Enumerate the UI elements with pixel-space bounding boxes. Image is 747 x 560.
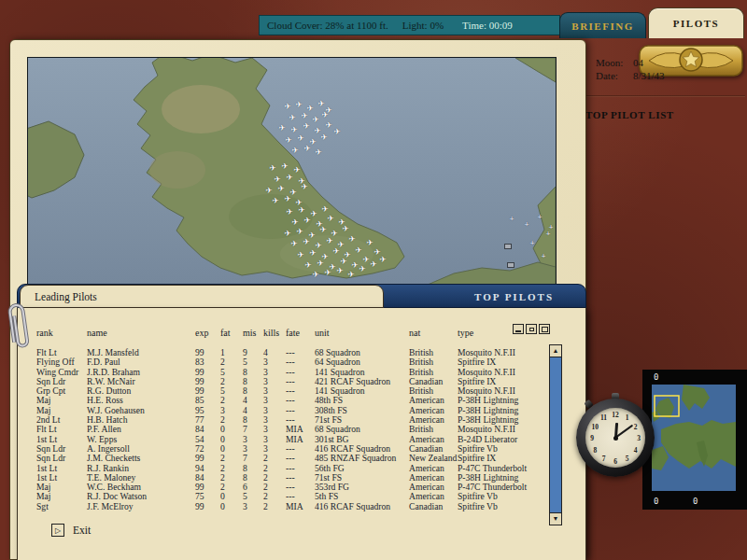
pilot-table: Flt LtM.J. Mansfeld99194---68 SquadronBr… xyxy=(36,348,547,511)
aircraft-marker-icon: ✈ xyxy=(319,226,327,234)
column-header-name: name xyxy=(87,327,195,339)
aircraft-marker-icon: ✈ xyxy=(366,239,374,247)
aircraft-marker-icon: ✈ xyxy=(297,134,304,143)
aircraft-marker-icon: ✈ xyxy=(317,100,325,108)
column-header-fate: fate xyxy=(286,327,315,339)
column-header-fat: fat xyxy=(220,327,243,339)
clock-numeral: 2 xyxy=(634,422,638,430)
tab-pilots[interactable]: PILOTS xyxy=(648,7,744,38)
cell-fat: 0 xyxy=(220,502,243,511)
aircraft-marker-icon: ✈ xyxy=(310,210,317,218)
campaign-map[interactable]: ✈✈✈✈✈✈✈✈✈✈✈✈✈✈✈✈✈✈✈✈✈✈✈✈✈✈✈✈✈✈✈✈✈✈✈✈✈✈✈✈… xyxy=(27,57,557,286)
aircraft-marker-icon: ✈ xyxy=(290,240,298,248)
aircraft-marker-icon: ✈ xyxy=(303,145,311,153)
aircraft-marker-icon: ✈ xyxy=(342,225,349,233)
watch-face: 121234567891011 xyxy=(585,408,645,468)
aircraft-marker-icon: ✈ xyxy=(332,247,340,256)
aircraft-marker-icon: ✈ xyxy=(289,114,296,122)
light-text: Light: 0% xyxy=(402,20,444,31)
date-line: Date:8/31/43 xyxy=(596,69,665,82)
exit-label[interactable]: Exit xyxy=(73,525,91,536)
aircraft-marker-icon: ✈ xyxy=(303,238,310,246)
aircraft-marker-icon: ✈ xyxy=(327,215,334,223)
aircraft-marker-icon: ✈ xyxy=(336,267,344,275)
aircraft-marker-icon: ✈ xyxy=(347,271,355,279)
scroll-down-icon[interactable]: ▼ xyxy=(550,512,561,525)
target-cross-icon: + xyxy=(529,239,534,247)
cell-type: Spitfire Vb xyxy=(458,502,547,511)
clock-numeral: 10 xyxy=(592,422,599,430)
cell-mis: 3 xyxy=(243,502,263,511)
cell-rank: Sgt xyxy=(36,502,87,511)
aircraft-marker-icon: ✈ xyxy=(295,101,303,109)
aircraft-marker-icon: ✈ xyxy=(272,197,279,205)
column-header-kills: kills xyxy=(263,327,286,339)
aircraft-marker-icon: ✈ xyxy=(312,271,319,279)
clock-numeral: 12 xyxy=(612,411,619,419)
aircraft-marker-icon: ✈ xyxy=(326,237,333,245)
aircraft-marker-icon: ✈ xyxy=(315,148,322,157)
minimap-coord-bottom-left: 0 xyxy=(654,497,658,506)
minimap-panel: 0 0 0 xyxy=(642,370,747,510)
exit-arrow-icon[interactable]: ▷ xyxy=(51,524,64,537)
aircraft-marker-icon: ✈ xyxy=(301,183,308,191)
aircraft-marker-icon: ✈ xyxy=(333,128,341,136)
aircraft-marker-icon: ✈ xyxy=(298,206,305,215)
target-cross-icon: + xyxy=(537,213,542,221)
aircraft-marker-icon: ✈ xyxy=(284,195,291,203)
time-value: 00:09 xyxy=(489,20,513,31)
clock-numeral: 7 xyxy=(602,454,606,462)
watch-center-pin xyxy=(613,436,618,441)
column-header-unit: unit xyxy=(315,327,409,339)
clock-numeral: 6 xyxy=(613,457,617,466)
cell-fate: MIA xyxy=(286,502,315,511)
aircraft-marker-icon: ✈ xyxy=(297,251,304,259)
moon-line: Moon:04 xyxy=(596,56,665,69)
clock-numeral: 4 xyxy=(634,445,638,454)
aircraft-marker-icon: ✈ xyxy=(301,112,308,120)
exit-button[interactable]: ▷ Exit xyxy=(51,524,91,537)
moon-date-info: Moon:04 Date:8/31/43 xyxy=(596,56,665,82)
moon-value: 04 xyxy=(633,57,643,68)
aircraft-marker-icon: ✈ xyxy=(320,133,328,142)
aircraft-marker-icon: ✈ xyxy=(286,208,293,217)
clock-numeral: 1 xyxy=(626,413,629,422)
aircraft-marker-icon: ✈ xyxy=(286,174,293,182)
pilots-panel-tabbar: Leading Pilots TOP PILOTS xyxy=(17,284,586,308)
aircraft-marker-icon: ✈ xyxy=(370,260,377,269)
cell-unit: 416 RCAF Squadron xyxy=(315,502,409,511)
column-header-mis: mis xyxy=(243,327,263,339)
aircraft-marker-icon: ✈ xyxy=(281,162,289,171)
aircraft-marker-icon: ✈ xyxy=(325,121,332,130)
scroll-up-icon[interactable]: ▲ xyxy=(550,345,561,357)
cell-nat: Canadian xyxy=(409,502,458,511)
europe-minimap[interactable] xyxy=(652,385,736,491)
column-header-exp: exp xyxy=(195,327,220,339)
column-header-type: type xyxy=(458,327,547,339)
aircraft-marker-icon: ✈ xyxy=(265,187,273,195)
aircraft-marker-icon: ✈ xyxy=(303,217,311,225)
map-markers-layer: ✈✈✈✈✈✈✈✈✈✈✈✈✈✈✈✈✈✈✈✈✈✈✈✈✈✈✈✈✈✈✈✈✈✈✈✈✈✈✈✈… xyxy=(28,58,556,285)
sidebar-divider xyxy=(586,95,745,97)
aircraft-marker-icon: ✈ xyxy=(309,249,317,258)
aircraft-marker-icon: ✈ xyxy=(351,261,359,270)
status-banner: Cloud Cover: 28% at 1100 ft. Light: 0% T… xyxy=(259,15,560,35)
cell-kills: 2 xyxy=(263,502,286,511)
aircraft-marker-icon: ✈ xyxy=(355,246,362,255)
base-marker-icon xyxy=(507,262,514,268)
tab-leading-pilots[interactable]: Leading Pilots xyxy=(20,285,384,308)
tab-briefing[interactable]: BRIEFING xyxy=(559,12,646,38)
aircraft-marker-icon: ✈ xyxy=(304,261,312,270)
aircraft-marker-icon: ✈ xyxy=(285,136,292,145)
top-pilot-list-label: TOP PILOT LIST xyxy=(585,109,674,120)
table-scrollbar[interactable]: ▲ ▼ xyxy=(549,344,562,525)
cloud-cover-text: Cloud Cover: 28% at 1100 ft. xyxy=(267,20,388,31)
aircraft-marker-icon: ✈ xyxy=(348,235,356,244)
column-header-rank: rank xyxy=(36,327,87,339)
game-screen: Cloud Cover: 28% at 1100 ft. Light: 0% T… xyxy=(0,0,747,560)
target-cross-icon: + xyxy=(524,220,529,229)
tab-top-pilots[interactable]: TOP PILOTS xyxy=(474,285,554,308)
clock-numeral: 9 xyxy=(590,434,594,442)
pilot-row[interactable]: SgtJ.F. McElroy99032MIA416 RCAF Squadron… xyxy=(36,502,547,511)
cell-name: J.F. McElroy xyxy=(87,502,195,511)
